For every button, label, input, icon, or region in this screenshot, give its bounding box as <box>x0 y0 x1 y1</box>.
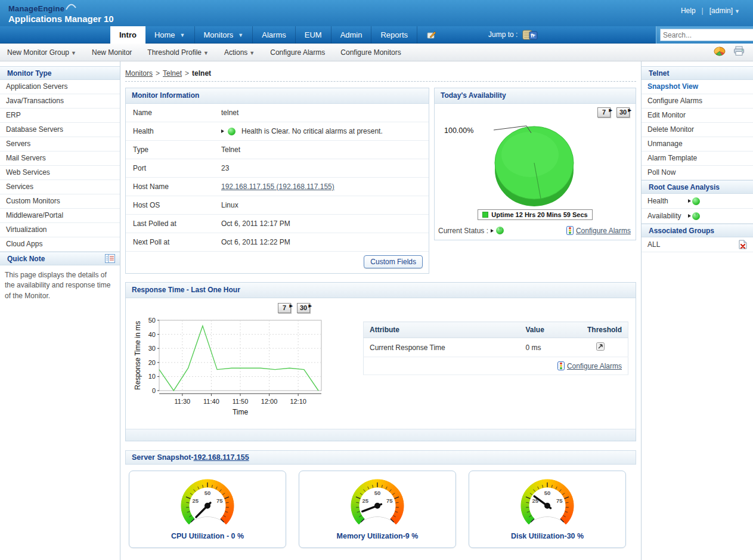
right-item-edit-monitor[interactable]: Edit Monitor <box>642 109 753 123</box>
right-item-snapshot-view[interactable]: Snapshot View <box>642 80 753 94</box>
sidebar-item-java-transactions[interactable]: Java/Transactions <box>0 94 120 109</box>
svg-text:30: 30 <box>148 345 156 352</box>
nav-tab-intro[interactable]: Intro <box>110 26 145 44</box>
report-pie-icon[interactable] <box>714 46 726 56</box>
monitor-info-row: Host Name192.168.117.155 (192.168.117.15… <box>126 178 429 196</box>
nav-tab-alarms[interactable]: Alarms <box>253 26 295 44</box>
sidebar-item-web-services[interactable]: Web Services <box>0 166 120 180</box>
root-cause-analysis-header: Root Cause Analysis <box>642 180 753 194</box>
toolbar-items: New Monitor Group▼New MonitorThreshold P… <box>7 48 417 57</box>
availability-configure-alarms-link[interactable]: Configure Alarms <box>576 227 631 235</box>
toolbar-item-threshold-profile[interactable]: Threshold Profile▼ <box>147 48 209 57</box>
right-item-poll-now[interactable]: Poll Now <box>642 166 753 180</box>
chevron-down-icon[interactable]: ▼ <box>238 27 243 44</box>
monitor-type-header: Monitor Type <box>0 66 120 80</box>
attr-table-header: Value <box>520 322 574 338</box>
response-time-title: Response Time - Last One Hour <box>126 283 636 298</box>
health-sphere-icon <box>692 197 700 205</box>
toolbar-item-configure-monitors[interactable]: Configure Monitors <box>340 48 401 57</box>
remove-group-icon[interactable] <box>739 240 747 249</box>
breadcrumb-link-telnet[interactable]: Telnet <box>163 69 182 78</box>
host-name-link[interactable]: 192.168.117.155 (192.168.117.155) <box>221 182 334 191</box>
manageengine-logo: ManageEngine Applications Manager 10 <box>8 3 114 24</box>
associated-groups-header: Associated Groups <box>642 224 753 237</box>
admin-menu[interactable]: [admin]▼ <box>709 7 740 15</box>
sidebar-item-mail-servers[interactable]: Mail Servers <box>0 151 120 166</box>
svg-text:11:30: 11:30 <box>174 398 190 405</box>
response-time-chart: 0102030405011:3011:4011:5012:0012:10Time… <box>132 315 346 420</box>
monitor-info-row: Last Polled atOct 6, 2011 12:17 PM <box>126 215 429 233</box>
breadcrumb-link-monitors[interactable]: Monitors <box>125 69 153 78</box>
monitor-info-value: Linux <box>221 196 429 214</box>
range-arrow-icon: ▶ <box>609 106 612 115</box>
sidebar-item-virtualization[interactable]: Virtualization <box>0 223 120 237</box>
pie-percentage-label: 100.00% <box>444 126 473 135</box>
sidebar-item-servers[interactable]: Servers <box>0 137 120 151</box>
gauge-label: Disk Utilization-30 % <box>511 532 584 540</box>
toolbar-item-configure-alarms[interactable]: Configure Alarms <box>270 48 325 57</box>
status-up-icon <box>496 227 504 234</box>
nav-tab-label: Alarms <box>262 27 286 44</box>
rca-label: Availability <box>647 212 688 220</box>
nav-tab-home[interactable]: Home▼ <box>145 26 195 44</box>
availability-range-7-button[interactable]: 7▶ <box>597 107 611 117</box>
svg-text:40: 40 <box>148 331 156 338</box>
svg-text:12:00: 12:00 <box>261 398 278 405</box>
sidebar-item-services[interactable]: Services <box>0 180 120 194</box>
nav-tab-monitors[interactable]: Monitors▼ <box>195 26 253 44</box>
monitor-info-label: Host Name <box>126 178 221 196</box>
response-range-30-button[interactable]: 30▶ <box>297 303 310 313</box>
help-link[interactable]: Help <box>681 7 696 15</box>
nav-tab-admin[interactable]: Admin <box>331 26 372 44</box>
sidebar-item-cloud-apps[interactable]: Cloud Apps <box>0 237 120 252</box>
associated-group-item-all[interactable]: ALL <box>642 237 753 252</box>
print-icon[interactable] <box>733 46 745 56</box>
nav-tabs: IntroHome▼Monitors▼AlarmsEUMAdminReports <box>110 26 417 44</box>
threshold-icon[interactable] <box>596 342 605 351</box>
sidebar-item-application-servers[interactable]: Application Servers <box>0 80 120 94</box>
sidebar-item-middleware-portal[interactable]: Middleware/Portal <box>0 209 120 223</box>
toolbar-item-actions[interactable]: Actions▼ <box>224 48 255 57</box>
rca-item-health[interactable]: Health <box>642 194 753 209</box>
action-toolbar: New Monitor Group▼New MonitorThreshold P… <box>0 44 753 61</box>
sidebar-item-database-servers[interactable]: Database Servers <box>0 123 120 137</box>
search-input[interactable] <box>661 31 753 39</box>
svg-text:25: 25 <box>192 497 199 504</box>
custom-fields-button[interactable]: Custom Fields <box>364 255 423 268</box>
sidebar-item-erp[interactable]: ERP <box>0 109 120 123</box>
current-status: Current Status : <box>438 227 504 235</box>
quick-note-header: Quick Note <box>0 252 120 265</box>
right-item-alarm-template[interactable]: Alarm Template <box>642 151 753 166</box>
monitor-info-row: Port23 <box>126 159 429 178</box>
toolbar-item-new-monitor-group[interactable]: New Monitor Group▼ <box>7 48 76 57</box>
edit-shortcut-button[interactable] <box>417 26 447 43</box>
chevron-down-icon[interactable]: ▼ <box>180 27 185 44</box>
response-configure-alarms-link[interactable]: Configure Alarms <box>567 362 622 370</box>
svg-text:75: 75 <box>386 497 393 504</box>
range-arrow-icon: ▶ <box>309 301 312 310</box>
range-arrow-icon: ▶ <box>628 106 631 115</box>
sidebar-item-custom-monitors[interactable]: Custom Monitors <box>0 194 120 209</box>
svg-text:50: 50 <box>204 490 211 496</box>
right-item-configure-alarms[interactable]: Configure Alarms <box>642 94 753 109</box>
right-item-delete-monitor[interactable]: Delete Monitor <box>642 123 753 137</box>
gauge-card-cpu: 255075CPU Utilization - 0 % <box>129 471 286 548</box>
attr-table-cell <box>574 338 628 357</box>
attr-table-cell: Current Response Time <box>364 338 520 357</box>
gauge-card-memory: 255075Memory Utilization-9 % <box>299 471 456 548</box>
svg-text:50: 50 <box>374 490 381 496</box>
jump-to-icon[interactable] <box>522 29 538 41</box>
response-range-7-button[interactable]: 7▶ <box>278 303 291 313</box>
monitor-information-panel: Monitor Information NametelnetHealthHeal… <box>125 88 429 274</box>
toolbar-item-new-monitor[interactable]: New Monitor <box>92 48 132 57</box>
monitor-info-label: Type <box>126 141 221 159</box>
availability-range-30-button[interactable]: 30▶ <box>616 107 630 117</box>
server-snapshot-host-link[interactable]: 192.168.117.155 <box>194 453 249 462</box>
svg-text:50: 50 <box>544 490 551 496</box>
rca-item-availability[interactable]: Availability <box>642 209 753 224</box>
monitor-info-row: Nametelnet <box>126 104 429 122</box>
nav-tab-reports[interactable]: Reports <box>371 26 417 44</box>
attr-table-row: Current Response Time0 ms <box>364 338 628 357</box>
right-item-unmanage[interactable]: Unmanage <box>642 137 753 151</box>
nav-tab-eum[interactable]: EUM <box>296 26 331 44</box>
